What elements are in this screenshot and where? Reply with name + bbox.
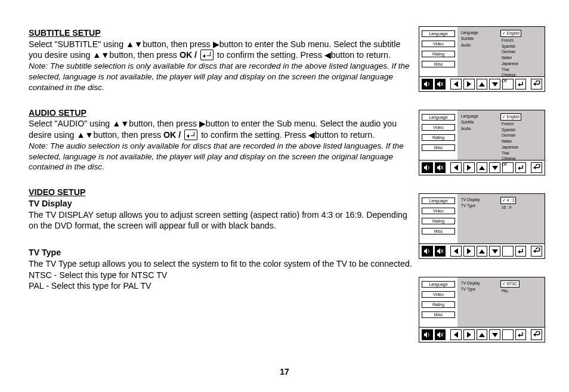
- osd-option: English: [500, 30, 521, 37]
- osd-option: Chinese: [502, 73, 516, 77]
- mute-icon: [435, 162, 446, 173]
- return-icon: [531, 246, 542, 257]
- osd-option: German: [502, 50, 515, 54]
- osd-submenu-item: Subtitle: [461, 36, 496, 42]
- text: button to return.: [331, 50, 391, 60]
- osd-option: Japanese: [502, 145, 518, 149]
- osd-submenu-item: Subtitle: [461, 119, 496, 125]
- up-down-icon: ▲▼: [126, 39, 143, 49]
- speaker-icon: [422, 246, 433, 257]
- return-icon: [531, 329, 542, 340]
- right-icon: ▶: [213, 39, 219, 49]
- osd-submenu-item: TV Display: [461, 197, 496, 203]
- nav-down-icon: [489, 79, 500, 89]
- tv-display-body: The TV DISPLAY setup allows you to adjus…: [29, 209, 413, 232]
- osd-submenu-item: Language: [461, 30, 496, 36]
- right-icon: ▶: [199, 119, 206, 128]
- video-section: VIDEO SETUP TV Display The TV DISPLAY se…: [29, 187, 413, 292]
- text: Select "AUDIO" using: [29, 119, 112, 128]
- osd-menu-item: Misc: [422, 61, 455, 67]
- osd-option: 16 : 9: [502, 205, 511, 209]
- osd-menu-item: Misc: [422, 228, 455, 234]
- text: The TV Type setup allows you to select t…: [29, 258, 413, 270]
- enter-key-icon: [515, 246, 527, 257]
- subtitle-note: Note: The subtitle selection is only ava…: [29, 61, 413, 92]
- osd-menu-item: Misc: [422, 311, 455, 318]
- up-down-icon: ▲▼: [112, 119, 129, 128]
- audio-heading: AUDIO SETUP: [29, 107, 413, 119]
- nav-right-icon: [463, 79, 475, 89]
- left-icon: ◀: [324, 50, 331, 60]
- text: to confirm the setting. Press: [199, 130, 308, 140]
- text: Select "SUBTITLE" using: [29, 39, 126, 49]
- enter-key-icon: [515, 329, 527, 340]
- subtitle-section: SUBTITLE SETUP Select "SUBTITLE" using ▲…: [29, 27, 413, 93]
- osd-tv-display: LanguageVideoRatingMiscTV DisplayTV Type…: [419, 193, 545, 259]
- nav-left-icon: [450, 162, 462, 173]
- text: NTSC - Select this type for NTSC TV: [29, 270, 413, 281]
- page-number: 17: [0, 367, 569, 376]
- text: to confirm the setting. Press: [215, 50, 324, 60]
- osd-menu-item: Language: [422, 281, 455, 288]
- osd-option: French: [502, 38, 514, 42]
- nav-down-icon: [489, 162, 500, 173]
- osd-subtitle: LanguageVideoRatingMiscLanguageSubtitleA…: [419, 26, 545, 92]
- osd-option: French: [502, 122, 514, 126]
- ok-label: OK /: [163, 130, 183, 140]
- speaker-icon: [422, 162, 433, 173]
- tv-type-heading: TV Type: [29, 247, 413, 258]
- osd-option: Thai: [502, 151, 509, 155]
- osd-menu-item: Rating: [422, 51, 455, 57]
- osd-menu-item: Video: [422, 41, 455, 47]
- osd-keyrow: [419, 160, 545, 175]
- osd-option: Spanish: [502, 44, 516, 48]
- mute-icon: [435, 79, 446, 89]
- osd-option: NTSC: [500, 280, 519, 288]
- osd-keyrow: [419, 243, 545, 258]
- osd-option: PAL: [502, 289, 509, 293]
- enter-key-icon: [515, 79, 527, 89]
- subtitle-body: Select "SUBTITLE" using ▲▼button, then p…: [29, 39, 413, 61]
- return-icon: [531, 162, 542, 173]
- osd-option: Spanish: [502, 128, 516, 132]
- osd-submenu-item: Audio: [461, 126, 496, 132]
- enter-icon: [184, 129, 197, 140]
- osd-menu-item: Language: [422, 114, 455, 121]
- text: button, then press: [129, 119, 199, 128]
- osd-option: English: [500, 113, 521, 121]
- text: button to return.: [315, 130, 375, 140]
- tv-type-body: The TV Type setup allows you to select t…: [29, 258, 413, 292]
- video-heading: VIDEO SETUP: [29, 187, 413, 198]
- nav-left-icon: [450, 329, 462, 340]
- osd-menu-item: Video: [422, 208, 455, 214]
- nav-up-icon: [477, 246, 488, 257]
- osd-menu-item: Rating: [422, 218, 455, 224]
- osd-menu-item: Misc: [422, 144, 455, 151]
- nav-right-icon: [463, 162, 475, 173]
- osd-menu-item: Rating: [422, 301, 455, 308]
- enter-key-icon: [515, 162, 527, 173]
- text: button, then press: [94, 130, 164, 140]
- osd-menu-item: Language: [422, 30, 455, 37]
- ok-label: OK /: [180, 50, 199, 60]
- osd-submenu-item: TV Type: [461, 203, 496, 209]
- up-down-icon: ▲▼: [92, 50, 109, 60]
- stop-icon: [502, 246, 514, 257]
- text: button, then press: [143, 39, 213, 49]
- subtitle-heading: SUBTITLE SETUP: [29, 27, 413, 39]
- nav-right-icon: [463, 246, 475, 257]
- text: PAL - Select this type for PAL TV: [29, 280, 413, 292]
- nav-down-icon: [489, 246, 500, 257]
- osd-submenu-item: Audio: [461, 42, 496, 48]
- speaker-icon: [422, 329, 433, 340]
- nav-left-icon: [450, 79, 462, 89]
- osd-option: Japanese: [502, 61, 518, 66]
- osd-submenu-item: TV Type: [461, 286, 496, 292]
- nav-right-icon: [463, 329, 475, 340]
- osd-menu-item: Rating: [422, 134, 455, 141]
- osd-submenu-item: Language: [461, 113, 496, 119]
- osd-option: Italian: [502, 55, 512, 60]
- audio-body: Select "AUDIO" using ▲▼button, then pres…: [29, 118, 413, 140]
- osd-keyrow: [419, 76, 545, 91]
- speaker-icon: [422, 79, 433, 89]
